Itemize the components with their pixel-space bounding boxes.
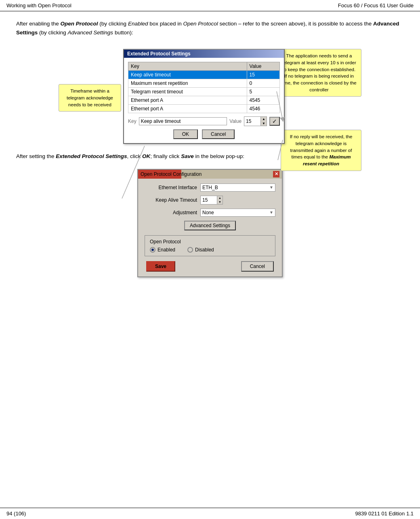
row-value: 5	[247, 88, 279, 96]
table-row[interactable]: Maximum resent repetition0	[128, 79, 280, 88]
opc-dialog: Open Protocol Configuration ✕ Ethernet I…	[137, 169, 283, 277]
opc-close-button[interactable]: ✕	[273, 171, 279, 177]
col-key: Key	[128, 62, 247, 71]
opc-dialog-title: Open Protocol Configuration	[141, 171, 202, 177]
cancel-button[interactable]: Cancel	[202, 129, 235, 139]
row-key: Maximum resent repetition	[128, 79, 247, 88]
footer-right: 9839 0211 01 Edition 1.1	[355, 511, 414, 517]
row-key: Telegram resent timeout	[128, 88, 247, 96]
radio-group: Enabled Disabled	[150, 247, 270, 253]
spin-input[interactable]	[244, 118, 260, 125]
table-row[interactable]: Telegram resent timeout5	[128, 88, 280, 96]
enabled-radio-label: Enabled	[158, 247, 175, 253]
callout-middle-right: If no reply will be received, the telegr…	[281, 130, 361, 171]
adjustment-dropdown[interactable]: None ▼	[200, 209, 275, 217]
disabled-radio[interactable]: Disabled	[187, 247, 214, 253]
cancel-button-2[interactable]: Cancel	[241, 261, 274, 272]
row-value: 4545	[247, 96, 279, 105]
adjustment-label: Adjustment	[145, 210, 197, 215]
row-key: Ethernet port A	[128, 105, 247, 113]
adjustment-dropdown-arrow: ▼	[269, 210, 273, 215]
row-value: 15	[247, 71, 279, 79]
footer-left: 94 (106)	[6, 511, 26, 517]
ethernet-label: Ethernet Interface	[145, 185, 197, 190]
ethernet-dropdown[interactable]: ETH_B ▼	[200, 184, 275, 192]
col-value: Value	[247, 62, 279, 71]
enabled-radio-circle	[150, 247, 155, 253]
dialog-buttons: OK Cancel	[128, 129, 280, 139]
adjustment-value: None	[202, 210, 214, 215]
dialog-title-bar: Extended Protocol Settings	[124, 50, 284, 58]
dialog-content: Key Value Keep alive timeout15Maximum re…	[124, 58, 284, 143]
header-right: Focus 60 / Focus 61 User Guide	[338, 2, 414, 8]
row-key: Keep alive timeout	[128, 71, 247, 79]
open-protocol-section: Open Protocol Enabled Disabled	[145, 235, 275, 256]
edit-key-label: Key	[128, 118, 136, 124]
row-value: 4546	[247, 105, 279, 113]
keep-alive-down-btn[interactable]: ▼	[217, 200, 223, 204]
save-button[interactable]: Save	[146, 261, 175, 272]
adjustment-row: Adjustment None ▼	[145, 209, 275, 217]
callout-top-right: The application needs to send a telegram…	[277, 49, 361, 97]
opc-dialog-content: Ethernet Interface ETH_B ▼ Keep Alive Ti…	[138, 179, 282, 276]
settings-table: Key Value Keep alive timeout15Maximum re…	[128, 62, 280, 113]
extended-protocol-dialog: Extended Protocol Settings Key Value Kee…	[123, 49, 285, 144]
page-header: Working with Open Protocol Focus 60 / Fo…	[0, 0, 420, 11]
row-key: Ethernet port A	[128, 96, 247, 105]
keep-alive-label: Keep Alive Timeout	[145, 197, 197, 203]
value-spinbox[interactable]: ▲ ▼	[244, 116, 267, 126]
check-button[interactable]: ✓	[269, 117, 280, 126]
opc-footer-buttons: Save Cancel	[145, 261, 275, 272]
protocol-section-label: Open Protocol	[150, 239, 270, 245]
spin-down-btn[interactable]: ▼	[261, 121, 267, 126]
advanced-settings-button[interactable]: Advanced Settings	[184, 221, 236, 230]
opc-title-bar: Open Protocol Configuration ✕	[138, 170, 282, 179]
keep-alive-spin-btns: ▲ ▼	[217, 196, 223, 204]
ethernet-value: ETH_B	[202, 185, 218, 190]
row-value: 0	[247, 79, 279, 88]
intro-paragraph: After enabling the Open Protocol (by cli…	[16, 19, 404, 37]
main-content: After enabling the Open Protocol (by cli…	[0, 11, 420, 314]
edit-row: Key Value ▲ ▼ ✓	[128, 116, 280, 126]
edit-value-label: Value	[229, 118, 242, 124]
keep-alive-spinbox[interactable]: ▲ ▼	[200, 196, 223, 205]
page-footer: 94 (106) 9839 0211 01 Edition 1.1	[0, 508, 420, 519]
spin-buttons: ▲ ▼	[260, 117, 267, 126]
disabled-radio-label: Disabled	[195, 247, 214, 253]
table-row[interactable]: Ethernet port A4546	[128, 105, 280, 113]
keep-alive-row: Keep Alive Timeout ▲ ▼	[145, 196, 275, 205]
edit-key-input[interactable]	[139, 117, 227, 125]
ethernet-interface-row: Ethernet Interface ETH_B ▼	[145, 184, 275, 192]
diagram-area-1: The application needs to send a telegram…	[59, 49, 361, 144]
callout-left: Timeframe within a telegram acknowledge …	[59, 84, 121, 112]
table-row[interactable]: Keep alive timeout15	[128, 71, 280, 79]
table-row[interactable]: Ethernet port A4545	[128, 96, 280, 105]
enabled-radio[interactable]: Enabled	[150, 247, 175, 253]
ethernet-dropdown-arrow: ▼	[269, 185, 273, 190]
disabled-radio-circle	[187, 247, 193, 253]
keep-alive-input[interactable]	[201, 196, 217, 204]
keep-alive-up-btn[interactable]: ▲	[217, 196, 223, 200]
spin-up-btn[interactable]: ▲	[261, 117, 267, 121]
dialog-area-2: Open Protocol Configuration ✕ Ethernet I…	[16, 169, 404, 277]
header-left: Working with Open Protocol	[6, 2, 71, 8]
ok-button[interactable]: OK	[173, 129, 198, 139]
